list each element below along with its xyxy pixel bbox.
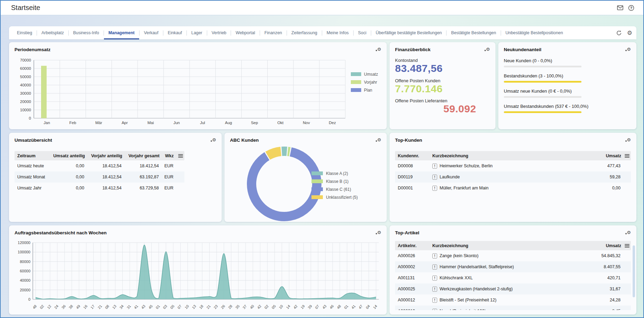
panel-settings-icon[interactable]: ⚙ bbox=[625, 138, 631, 142]
svg-text:Nov: Nov bbox=[303, 121, 310, 125]
info-icon[interactable]: ! bbox=[432, 264, 437, 270]
tab-zeiterfassung[interactable]: Zeiterfassung bbox=[287, 26, 322, 39]
svg-text:43: 43 bbox=[140, 304, 146, 310]
table-row[interactable]: Umsatz Jahr0,0018.412,5463.729,58EUR bbox=[15, 183, 184, 194]
info-icon[interactable]: ! bbox=[432, 275, 437, 281]
page-title: Startseite bbox=[11, 4, 40, 12]
svg-text:Jun: Jun bbox=[173, 121, 180, 125]
svg-text:36: 36 bbox=[61, 304, 67, 310]
tab-webportal[interactable]: Webportal bbox=[231, 26, 259, 39]
table-row[interactable]: A001131!Kühlschrank XXL420,71 bbox=[395, 272, 631, 283]
legend-swatch[interactable] bbox=[311, 179, 323, 183]
panel-settings-icon[interactable]: ⚙ bbox=[484, 47, 490, 52]
table-row[interactable]: D00008!Heimwerker Schulze, Berlin477,43 bbox=[395, 160, 631, 171]
tab-soci[interactable]: Soci bbox=[354, 26, 371, 39]
scrollbar-thumb[interactable] bbox=[633, 245, 635, 297]
svg-text:Aug: Aug bbox=[225, 121, 232, 125]
table-row[interactable]: A000026!Zange (kein Skonto)54.845,32 bbox=[395, 250, 631, 261]
tab-lager[interactable]: Lager bbox=[187, 26, 207, 39]
donut-segment[interactable] bbox=[288, 151, 290, 152]
tab-vertrieb[interactable]: Vertrieb bbox=[207, 26, 231, 39]
legend-swatch[interactable] bbox=[311, 195, 323, 199]
cell: A000010 bbox=[395, 309, 430, 310]
cell-text: 8.407,55 bbox=[604, 264, 621, 269]
gear-icon[interactable]: ⚙ bbox=[627, 30, 632, 36]
tab--berf-llige-best-tigte-bestellungen[interactable]: Überfällige bestätigte Bestellungen bbox=[371, 26, 446, 39]
cell-text: Umsatz Jahr bbox=[17, 186, 41, 190]
panel-settings-icon[interactable]: ⚙ bbox=[211, 138, 216, 142]
tab-unbest-tigte-bestellpositionen[interactable]: Unbestätigte Bestellpositionen bbox=[501, 26, 568, 39]
cell-text: 0,00 bbox=[612, 186, 621, 190]
info-icon[interactable]: ! bbox=[432, 309, 437, 310]
tab-business-info[interactable]: Business-Info bbox=[69, 26, 104, 39]
legend-swatch[interactable] bbox=[311, 187, 323, 191]
tab-management[interactable]: Management bbox=[104, 26, 139, 39]
svg-text:14: 14 bbox=[285, 304, 291, 310]
help-icon[interactable]: ? bbox=[628, 5, 634, 11]
table-row[interactable]: A000012!Bleistift - Set (Preiseinheit 12… bbox=[395, 294, 631, 306]
table-row[interactable]: A000002!Hammer (Handelsartikel, Staffelp… bbox=[395, 261, 631, 272]
panel-settings-icon[interactable]: ⚙ bbox=[625, 47, 631, 52]
legend-swatch[interactable] bbox=[351, 72, 361, 76]
neukunden-label: Umsatz neue Kunden (0 € - 0,0%) bbox=[504, 88, 631, 94]
tab-finanzen[interactable]: Finanzen bbox=[260, 26, 287, 39]
donut-segment[interactable] bbox=[268, 151, 281, 156]
panel-settings-icon[interactable]: ⚙ bbox=[376, 230, 381, 235]
column-menu-icon[interactable] bbox=[625, 243, 629, 248]
mail-icon[interactable] bbox=[617, 5, 623, 11]
table-row[interactable]: D00001!Müller, Frankfurt am Main0,00 bbox=[395, 183, 631, 194]
tab-verkauf[interactable]: Verkauf bbox=[140, 26, 163, 39]
legend-swatch[interactable] bbox=[311, 171, 323, 175]
tab-einstieg[interactable]: Einstieg bbox=[12, 26, 37, 39]
info-icon[interactable]: ! bbox=[432, 253, 437, 259]
svg-text:16: 16 bbox=[83, 304, 88, 310]
panel-neukundenanteil: Neukundenanteil ⚙ Neue Kunden (0 - 0,0%)… bbox=[498, 42, 636, 129]
panel-settings-icon[interactable]: ⚙ bbox=[625, 230, 631, 235]
table-row[interactable]: Umsatz heute0,0018.412,5418.412,54EUR bbox=[15, 160, 184, 171]
info-icon[interactable]: ! bbox=[432, 186, 437, 191]
donut-segment[interactable] bbox=[252, 152, 317, 216]
svg-text:10: 10 bbox=[184, 304, 190, 310]
svg-text:37: 37 bbox=[242, 304, 248, 310]
cell: !Nagel (Preiseinheit 100) bbox=[430, 309, 578, 310]
table-row[interactable]: Umsatz Monat0,0018.412,5463.192,87EUR bbox=[15, 171, 184, 183]
area-line bbox=[36, 245, 376, 299]
info-icon[interactable]: ! bbox=[432, 287, 437, 292]
cell-text: A000025 bbox=[398, 287, 415, 291]
cell-text: Zange (kein Skonto) bbox=[440, 253, 479, 258]
table-row[interactable]: D00119!Laufkunde59,28 bbox=[395, 171, 631, 183]
titlebar-icons: ? bbox=[617, 5, 634, 11]
cell: !Heimwerker Schulze, Berlin bbox=[430, 163, 578, 169]
abc-kunden-chart: Klasse A (2)Klasse B (1)Klasse C (61)Unk… bbox=[224, 133, 387, 222]
legend-swatch[interactable] bbox=[351, 80, 361, 84]
panel-settings-icon[interactable]: ⚙ bbox=[376, 138, 381, 142]
tab-arbeitsplatz[interactable]: Arbeitsplatz bbox=[37, 26, 68, 39]
cell: 18.412,54 bbox=[124, 163, 162, 168]
tab-best-tigte-bestellungen[interactable]: Bestätigte Bestellungen bbox=[446, 26, 500, 39]
info-icon[interactable]: ! bbox=[432, 163, 437, 169]
column-menu-icon[interactable] bbox=[178, 153, 183, 158]
cell: !Zange (kein Skonto) bbox=[430, 253, 578, 259]
svg-text:0: 0 bbox=[29, 116, 31, 120]
cell-text: EUR bbox=[164, 163, 173, 168]
info-icon[interactable]: ! bbox=[432, 175, 437, 180]
cell: D00119 bbox=[395, 175, 430, 179]
svg-text:45: 45 bbox=[147, 304, 153, 310]
svg-text:Jan: Jan bbox=[44, 121, 50, 125]
tab-meine-infos[interactable]: Meine Infos bbox=[322, 26, 353, 39]
header-cell: Umsatz bbox=[579, 153, 624, 158]
table-row[interactable]: A000025!Werkzeugkasten (Handelsset 2-stu… bbox=[395, 283, 631, 294]
column-menu-icon[interactable] bbox=[625, 153, 629, 158]
svg-text:Okt: Okt bbox=[277, 121, 284, 125]
table-header: ZeitraumUmsatz anteiligVorjahr anteiligV… bbox=[15, 151, 184, 160]
table-row[interactable]: A000010!Nagel (Preiseinheit 100)8,45 bbox=[395, 306, 631, 310]
tab-einkauf[interactable]: Einkauf bbox=[163, 26, 186, 39]
info-icon[interactable]: ! bbox=[432, 298, 437, 303]
refresh-icon[interactable] bbox=[616, 30, 622, 36]
cell-text: 24,28 bbox=[610, 298, 621, 302]
progress-track bbox=[504, 81, 581, 83]
metric-value: 59.092 bbox=[395, 103, 490, 114]
svg-text:Mai: Mai bbox=[147, 121, 154, 125]
legend-swatch[interactable] bbox=[351, 88, 361, 92]
panel-settings-icon[interactable]: ⚙ bbox=[376, 47, 381, 52]
